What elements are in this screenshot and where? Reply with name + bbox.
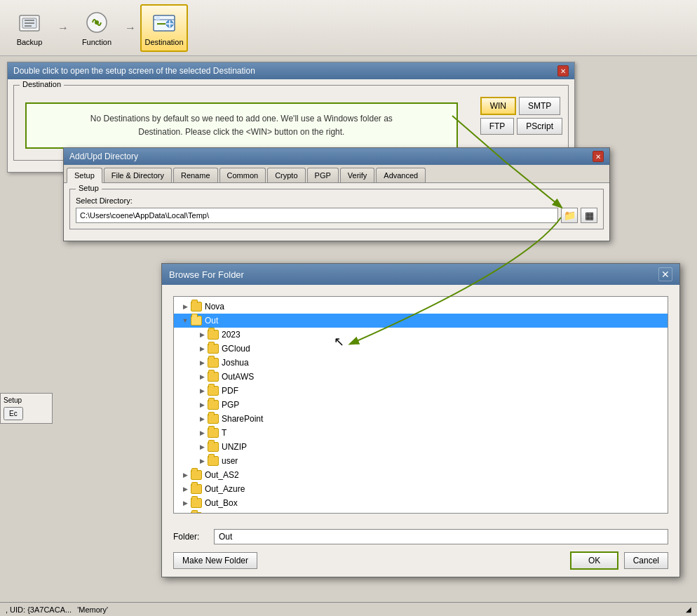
tree-item-nova[interactable]: ▶ Nova	[174, 300, 668, 314]
setup-group-title: Setup	[76, 184, 102, 192]
tab-advanced[interactable]: Advanced	[376, 168, 426, 182]
tab-crypto[interactable]: Crypto	[267, 168, 305, 182]
tree-item-2023[interactable]: ▶ 2023	[174, 328, 668, 342]
ok-btn[interactable]: OK	[570, 551, 618, 570]
tree-label-out-box: Out_Box	[205, 498, 238, 508]
status-resize: ◢	[686, 605, 691, 613]
info-box: No Destinations by default so we need to…	[25, 102, 458, 149]
tree-label-out-cmd: Out_CMD	[205, 512, 242, 514]
expand-pdf[interactable]: ▶	[196, 385, 208, 396]
tree-item-out-as2[interactable]: ▶ Out_AS2	[174, 468, 668, 482]
folder-icon-nova	[191, 302, 202, 312]
tree-label-outaws: OutAWS	[222, 372, 254, 382]
tab-file-directory[interactable]: File & Directory	[104, 168, 172, 182]
tree-item-out-azure[interactable]: ▶ Out_Azure	[174, 482, 668, 496]
expand-joshua[interactable]: ▶	[196, 357, 208, 368]
expand-2023[interactable]: ▶	[196, 329, 208, 340]
tree-item-t[interactable]: ▶ T	[174, 426, 668, 440]
tab-setup[interactable]: Setup	[67, 168, 102, 183]
tab-common[interactable]: Common	[219, 168, 266, 182]
expand-out[interactable]: ▼	[180, 315, 191, 326]
tree-item-out[interactable]: ▼ Out	[174, 314, 668, 328]
dir-path-input[interactable]	[76, 208, 558, 223]
make-new-folder-btn[interactable]: Make New Folder	[173, 552, 257, 569]
tree-label-pdf: PDF	[222, 386, 238, 396]
tree-item-pgp[interactable]: ▶ PGP	[174, 398, 668, 412]
select-dir-row: 📁 ▦	[76, 208, 597, 223]
browse-folder-btn[interactable]: 📁	[561, 208, 578, 223]
destination-group-title: Destination	[20, 80, 64, 88]
upd-dialog-close[interactable]: ✕	[593, 151, 604, 162]
expand-out-azure[interactable]: ▶	[180, 483, 191, 495]
backup-button[interactable]: Backup	[6, 4, 53, 52]
folder-icon-out	[191, 316, 202, 326]
browse-titlebar: Browse For Folder ✕	[162, 264, 679, 285]
dest-buttons-row-1: WIN SMTP	[480, 97, 561, 115]
status-memory: 'Memory'	[77, 605, 108, 614]
dest-buttons-panel: WIN SMTP FTP PScript	[480, 97, 562, 135]
tree-item-outaws[interactable]: ▶ OutAWS	[174, 370, 668, 384]
close-icon: ✕	[560, 67, 566, 75]
destination-button[interactable]: Destination	[140, 4, 188, 52]
expand-unzip[interactable]: ▶	[196, 441, 208, 453]
folder-browse-icon: 📁	[564, 210, 576, 221]
destination-icon	[151, 10, 177, 35]
folder-icon-outaws	[208, 372, 219, 382]
status-bar: , UID: {3A7CACA... 'Memory' ◢	[0, 602, 697, 616]
folder-icon-2023	[208, 330, 219, 340]
folder-input[interactable]	[214, 529, 668, 544]
main-window-close[interactable]: ✕	[557, 65, 569, 76]
cancel-btn[interactable]: Cancel	[624, 552, 668, 569]
expand-outaws[interactable]: ▶	[196, 371, 208, 382]
btn-ftp[interactable]: FTP	[480, 118, 515, 135]
tab-rename[interactable]: Rename	[173, 168, 218, 182]
browse-close-btn[interactable]: ✕	[658, 267, 672, 281]
browse-title: Browse For Folder	[169, 269, 244, 280]
folder-icon-joshua	[208, 358, 219, 368]
tab-verify[interactable]: Verify	[340, 168, 375, 182]
folder-icon-out-cmd	[191, 512, 202, 514]
tree-item-out-box[interactable]: ▶ Out_Box	[174, 496, 668, 510]
upd-dialog-title: Add/Upd Directory	[69, 152, 138, 161]
add-upd-directory-dialog: Add/Upd Directory ✕ Setup File & Directo…	[63, 147, 610, 241]
tree-label-nova: Nova	[205, 302, 224, 312]
info-text-2: Destination. Please click the <WIN> butt…	[138, 127, 344, 137]
folder-icon-out-box	[191, 498, 202, 508]
dest-buttons-row-2: FTP PScript	[480, 118, 562, 135]
tree-item-pdf[interactable]: ▶ PDF	[174, 384, 668, 398]
tree-item-user[interactable]: ▶ user	[174, 454, 668, 468]
tree-label-t: T	[222, 428, 226, 438]
expand-out-box[interactable]: ▶	[180, 497, 191, 509]
folder-icon-pdf	[208, 386, 219, 396]
info-text-1: No Destinations by default so we need to…	[90, 114, 393, 123]
folder-icon-unzip	[208, 442, 219, 452]
folder-icon-user	[208, 456, 219, 466]
side-ec-btn[interactable]: Ec	[4, 407, 23, 420]
expand-pgp[interactable]: ▶	[196, 399, 208, 410]
expand-nova[interactable]: ▶	[180, 301, 191, 312]
tree-item-out-cmd[interactable]: ▶ Out_CMD	[174, 510, 668, 514]
btn-pscript[interactable]: PScript	[517, 118, 562, 135]
tree-label-out: Out	[205, 316, 218, 326]
expand-user[interactable]: ▶	[196, 455, 208, 467]
expand-gcloud[interactable]: ▶	[196, 343, 208, 354]
tab-pgp[interactable]: PGP	[307, 168, 339, 182]
btn-smtp[interactable]: SMTP	[519, 97, 560, 115]
browse-tree[interactable]: ▶ Nova ▼ Out ▶ 2023 ▶ GCloud ▶ Joshua ▶	[173, 296, 668, 514]
tree-item-joshua[interactable]: ▶ Joshua	[174, 356, 668, 370]
folder-icon-out-as2	[191, 470, 202, 480]
function-label: Function	[82, 38, 111, 46]
upd-dialog-body: Setup Select Directory: 📁 ▦	[64, 183, 609, 241]
function-button[interactable]: Function	[73, 4, 121, 52]
tree-label-unzip: UNZIP	[222, 442, 247, 452]
tree-item-gcloud[interactable]: ▶ GCloud	[174, 342, 668, 356]
select-dir-label: Select Directory:	[76, 196, 597, 205]
btn-win[interactable]: WIN	[480, 97, 516, 115]
tree-item-sharepoint[interactable]: ▶ SharePoint	[174, 412, 668, 426]
expand-t[interactable]: ▶	[196, 427, 208, 438]
expand-sharepoint[interactable]: ▶	[196, 413, 208, 424]
expand-out-cmd[interactable]: ▶	[180, 511, 191, 514]
grid-view-btn[interactable]: ▦	[581, 208, 597, 223]
tree-item-unzip[interactable]: ▶ UNZIP	[174, 440, 668, 454]
expand-out-as2[interactable]: ▶	[180, 469, 191, 481]
